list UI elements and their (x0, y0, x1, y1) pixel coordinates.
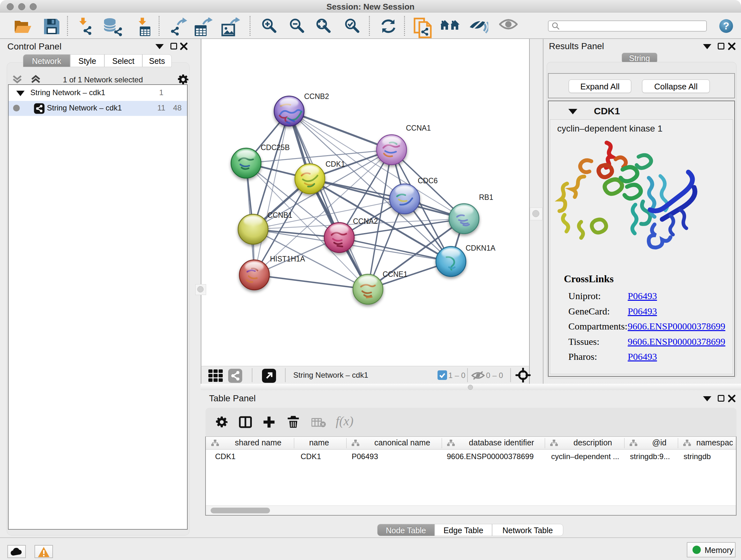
svg-text:CDKN1A: CDKN1A (466, 244, 495, 252)
svg-text:CDK1: CDK1 (326, 160, 345, 168)
svg-text:CCNB2: CCNB2 (304, 92, 329, 101)
svg-text:HIST1H1A: HIST1H1A (270, 255, 306, 263)
svg-text:CCNE1: CCNE1 (383, 270, 408, 278)
svg-text:CDC25B: CDC25B (261, 143, 290, 152)
svg-text:RB1: RB1 (479, 193, 493, 201)
svg-text:CDC6: CDC6 (418, 177, 438, 185)
svg-text:CCNA2: CCNA2 (353, 217, 378, 226)
svg-text:CCNA1: CCNA1 (406, 124, 431, 132)
svg-text:CCNB1: CCNB1 (267, 211, 292, 219)
